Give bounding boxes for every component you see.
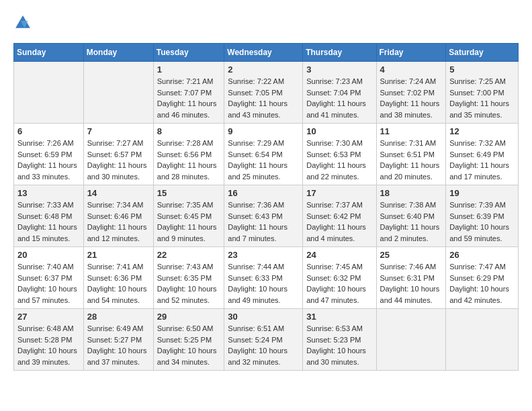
day-cell: 17 Sunrise: 7:37 AMSunset: 6:42 PMDaylig… (303, 185, 376, 247)
day-number: 13 (17, 188, 80, 198)
day-cell: 11 Sunrise: 7:31 AMSunset: 6:51 PMDaylig… (376, 124, 446, 185)
day-info: Sunrise: 7:45 AMSunset: 6:32 PMDaylight:… (306, 263, 366, 304)
day-info: Sunrise: 7:39 AMSunset: 6:39 PMDaylight:… (449, 201, 509, 242)
day-number: 19 (449, 188, 515, 198)
day-cell: 30 Sunrise: 6:51 AMSunset: 5:24 PMDaylig… (224, 309, 303, 371)
day-cell: 8 Sunrise: 7:28 AMSunset: 6:56 PMDayligh… (153, 124, 224, 185)
day-cell: 3 Sunrise: 7:23 AMSunset: 7:04 PMDayligh… (303, 62, 376, 124)
day-cell: 14 Sunrise: 7:34 AMSunset: 6:46 PMDaylig… (83, 185, 153, 247)
day-info: Sunrise: 6:51 AMSunset: 5:24 PMDaylight:… (228, 324, 287, 366)
day-number: 29 (157, 312, 221, 322)
day-number: 15 (157, 188, 221, 198)
day-cell: 21 Sunrise: 7:41 AMSunset: 6:36 PMDaylig… (83, 247, 153, 309)
day-number: 22 (157, 250, 221, 260)
day-info: Sunrise: 6:49 AMSunset: 5:27 PMDaylight:… (87, 324, 147, 366)
column-header-tuesday: Tuesday (153, 44, 224, 62)
column-header-friday: Friday (376, 44, 446, 62)
day-info: Sunrise: 6:53 AMSunset: 5:23 PMDaylight:… (306, 324, 366, 366)
day-number: 9 (228, 126, 299, 136)
day-cell: 18 Sunrise: 7:38 AMSunset: 6:40 PMDaylig… (376, 185, 446, 247)
day-cell (14, 62, 84, 124)
day-info: Sunrise: 7:31 AMSunset: 6:51 PMDaylight:… (380, 139, 440, 181)
day-cell (376, 309, 446, 371)
day-number: 21 (87, 250, 150, 260)
day-info: Sunrise: 7:23 AMSunset: 7:04 PMDaylight:… (306, 77, 366, 119)
day-cell: 4 Sunrise: 7:24 AMSunset: 7:02 PMDayligh… (376, 62, 446, 124)
day-info: Sunrise: 7:27 AMSunset: 6:57 PMDaylight:… (87, 139, 147, 181)
day-cell: 25 Sunrise: 7:46 AMSunset: 6:31 PMDaylig… (376, 247, 446, 309)
day-cell: 9 Sunrise: 7:29 AMSunset: 6:54 PMDayligh… (224, 124, 303, 185)
day-number: 18 (380, 188, 443, 198)
column-header-thursday: Thursday (303, 44, 376, 62)
day-cell (83, 62, 153, 124)
logo-icon (13, 13, 32, 32)
day-cell: 12 Sunrise: 7:32 AMSunset: 6:49 PMDaylig… (446, 124, 519, 185)
day-info: Sunrise: 7:47 AMSunset: 6:29 PMDaylight:… (449, 263, 509, 304)
day-cell: 10 Sunrise: 7:30 AMSunset: 6:53 PMDaylig… (303, 124, 376, 185)
week-row-1: 1 Sunrise: 7:21 AMSunset: 7:07 PMDayligh… (14, 62, 519, 124)
day-info: Sunrise: 7:46 AMSunset: 6:31 PMDaylight:… (380, 263, 440, 304)
day-number: 2 (228, 64, 299, 75)
day-cell: 19 Sunrise: 7:39 AMSunset: 6:39 PMDaylig… (446, 185, 519, 247)
day-number: 25 (380, 250, 443, 260)
day-cell: 20 Sunrise: 7:40 AMSunset: 6:37 PMDaylig… (14, 247, 84, 309)
day-info: Sunrise: 7:25 AMSunset: 7:00 PMDaylight:… (449, 77, 509, 119)
day-info: Sunrise: 7:28 AMSunset: 6:56 PMDaylight:… (157, 139, 217, 181)
day-number: 27 (17, 312, 80, 322)
day-number: 10 (306, 126, 372, 136)
column-header-wednesday: Wednesday (224, 44, 303, 62)
logo (13, 13, 35, 32)
day-number: 6 (17, 126, 80, 136)
day-number: 17 (306, 188, 372, 198)
day-cell: 13 Sunrise: 7:33 AMSunset: 6:48 PMDaylig… (14, 185, 84, 247)
day-info: Sunrise: 7:43 AMSunset: 6:35 PMDaylight:… (157, 263, 217, 304)
day-number: 30 (228, 312, 299, 322)
day-number: 12 (449, 126, 515, 136)
week-row-2: 6 Sunrise: 7:26 AMSunset: 6:59 PMDayligh… (14, 124, 519, 185)
day-cell: 31 Sunrise: 6:53 AMSunset: 5:23 PMDaylig… (303, 309, 376, 371)
week-row-3: 13 Sunrise: 7:33 AMSunset: 6:48 PMDaylig… (14, 185, 519, 247)
day-number: 26 (449, 250, 515, 260)
day-number: 4 (380, 64, 443, 75)
day-cell: 27 Sunrise: 6:48 AMSunset: 5:28 PMDaylig… (14, 309, 84, 371)
column-header-monday: Monday (83, 44, 153, 62)
day-number: 8 (157, 126, 221, 136)
day-cell: 23 Sunrise: 7:44 AMSunset: 6:33 PMDaylig… (224, 247, 303, 309)
week-row-4: 20 Sunrise: 7:40 AMSunset: 6:37 PMDaylig… (14, 247, 519, 309)
day-info: Sunrise: 7:41 AMSunset: 6:36 PMDaylight:… (87, 263, 147, 304)
day-cell: 24 Sunrise: 7:45 AMSunset: 6:32 PMDaylig… (303, 247, 376, 309)
day-cell: 29 Sunrise: 6:50 AMSunset: 5:25 PMDaylig… (153, 309, 224, 371)
day-number: 1 (157, 64, 221, 75)
day-info: Sunrise: 7:29 AMSunset: 6:54 PMDaylight:… (228, 139, 287, 181)
day-number: 16 (228, 188, 299, 198)
day-number: 28 (87, 312, 150, 322)
day-info: Sunrise: 7:24 AMSunset: 7:02 PMDaylight:… (380, 77, 440, 119)
day-info: Sunrise: 7:37 AMSunset: 6:42 PMDaylight:… (306, 201, 366, 242)
column-header-sunday: Sunday (14, 44, 84, 62)
day-cell: 22 Sunrise: 7:43 AMSunset: 6:35 PMDaylig… (153, 247, 224, 309)
day-info: Sunrise: 7:21 AMSunset: 7:07 PMDaylight:… (157, 77, 217, 119)
day-cell: 26 Sunrise: 7:47 AMSunset: 6:29 PMDaylig… (446, 247, 519, 309)
day-number: 24 (306, 250, 372, 260)
week-row-5: 27 Sunrise: 6:48 AMSunset: 5:28 PMDaylig… (14, 309, 519, 371)
day-info: Sunrise: 7:40 AMSunset: 6:37 PMDaylight:… (17, 263, 77, 304)
day-number: 3 (306, 64, 372, 75)
day-info: Sunrise: 7:32 AMSunset: 6:49 PMDaylight:… (449, 139, 509, 181)
header-row: SundayMondayTuesdayWednesdayThursdayFrid… (14, 44, 519, 62)
day-info: Sunrise: 7:35 AMSunset: 6:45 PMDaylight:… (157, 201, 217, 242)
day-info: Sunrise: 7:22 AMSunset: 7:05 PMDaylight:… (228, 77, 287, 119)
column-header-saturday: Saturday (446, 44, 519, 62)
day-cell: 6 Sunrise: 7:26 AMSunset: 6:59 PMDayligh… (14, 124, 84, 185)
day-cell: 2 Sunrise: 7:22 AMSunset: 7:05 PMDayligh… (224, 62, 303, 124)
day-info: Sunrise: 6:48 AMSunset: 5:28 PMDaylight:… (17, 324, 77, 366)
day-info: Sunrise: 6:50 AMSunset: 5:25 PMDaylight:… (157, 324, 217, 366)
day-cell: 1 Sunrise: 7:21 AMSunset: 7:07 PMDayligh… (153, 62, 224, 124)
day-info: Sunrise: 7:30 AMSunset: 6:53 PMDaylight:… (306, 139, 366, 181)
day-cell: 15 Sunrise: 7:35 AMSunset: 6:45 PMDaylig… (153, 185, 224, 247)
day-number: 5 (449, 64, 515, 75)
day-info: Sunrise: 7:38 AMSunset: 6:40 PMDaylight:… (380, 201, 440, 242)
day-number: 20 (17, 250, 80, 260)
day-number: 31 (306, 312, 372, 322)
day-info: Sunrise: 7:36 AMSunset: 6:43 PMDaylight:… (228, 201, 287, 242)
page-header (13, 13, 519, 32)
